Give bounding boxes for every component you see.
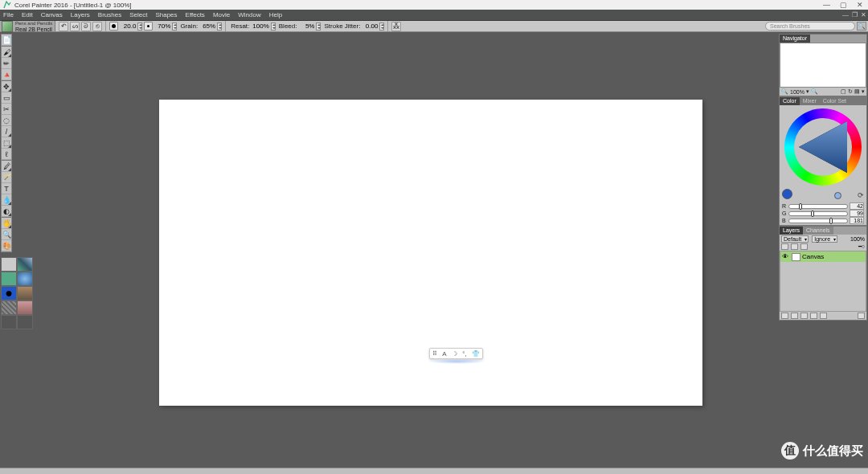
grain-spinner[interactable]: 65%	[199, 22, 222, 31]
tool-selection-oval[interactable]: ◌	[2, 115, 11, 126]
ime-icon[interactable]: ⠿	[432, 350, 437, 358]
close-button[interactable]: ✕	[857, 2, 863, 9]
additional-color-swatch[interactable]	[834, 192, 841, 199]
maximize-button[interactable]: ▢	[840, 2, 847, 9]
clone-color-icon[interactable]: ⟳	[858, 191, 864, 199]
tool-zoom[interactable]: 🔍	[2, 229, 11, 240]
minimize-button[interactable]: —	[823, 2, 830, 9]
menu-shapes[interactable]: Shapes	[155, 11, 177, 18]
ime-letter-icon[interactable]: A	[442, 350, 446, 358]
ime-punct-icon[interactable]: °,	[462, 350, 466, 358]
menu-canvas[interactable]: Canvas	[41, 11, 63, 18]
brush-options-button[interactable]: ⁂	[391, 22, 401, 31]
green-value[interactable]: 99	[850, 210, 864, 217]
menu-layers[interactable]: Layers	[71, 11, 90, 18]
menu-select[interactable]: Select	[129, 11, 147, 18]
tool-pen[interactable]: 🖉	[2, 161, 11, 172]
menu-effects[interactable]: Effects	[186, 11, 205, 18]
jitter-spinner[interactable]: 0.00	[362, 22, 384, 31]
layer-opt-3[interactable]	[800, 243, 808, 250]
menu-help[interactable]: Help	[269, 11, 282, 18]
tab-layers[interactable]: Layers	[780, 227, 803, 235]
floating-input-bar[interactable]: ⠿ A ☽ °, 👕	[429, 348, 483, 359]
search-button[interactable]: 🔍	[857, 22, 866, 31]
layer-fx-button[interactable]	[781, 313, 788, 319]
ime-moon-icon[interactable]: ☽	[452, 350, 457, 358]
bleed-spinner[interactable]: 5%	[298, 22, 321, 31]
tool-transform[interactable]: ▭	[2, 92, 11, 104]
ime-skin-icon[interactable]: 👕	[472, 350, 480, 358]
tool-move[interactable]: ✥	[2, 81, 11, 92]
menu-file[interactable]: File	[3, 11, 14, 18]
layer-row[interactable]: 👁 Canvas	[780, 251, 866, 262]
layer-lock-button[interactable]	[810, 313, 817, 319]
new-layer-button[interactable]	[800, 313, 808, 319]
color-wheel[interactable]: ⟳	[780, 105, 866, 202]
zoom-in-icon[interactable]: 🔍	[811, 88, 818, 95]
mdi-minimize[interactable]: —	[842, 11, 849, 18]
blue-slider[interactable]	[788, 219, 848, 223]
tool-magic-wand[interactable]: 🪄	[2, 172, 11, 183]
opacity-preview-icon[interactable]	[144, 22, 153, 31]
main-color-swatch[interactable]	[782, 189, 792, 199]
visibility-icon[interactable]: 👁	[780, 253, 790, 260]
dab-type-button[interactable]: ᔕ	[70, 22, 80, 31]
red-slider[interactable]	[788, 204, 848, 209]
tool-dodge[interactable]: ◐	[2, 206, 11, 217]
opacity-spinner[interactable]: 70%	[154, 22, 177, 31]
stroke-type-button[interactable]: ᘐ	[81, 22, 91, 31]
tool-mixer[interactable]: 🎨	[2, 240, 11, 251]
menu-movie[interactable]: Movie	[213, 11, 230, 18]
delete-layer-button[interactable]	[820, 313, 827, 319]
tool-pencil[interactable]: ✏	[2, 58, 11, 69]
layer-list[interactable]: 👁 Canvas	[780, 251, 866, 312]
tab-colorset[interactable]: Color Set Libra...	[820, 97, 866, 105]
navigator-preview[interactable]	[780, 43, 866, 88]
layer-extra-button[interactable]	[858, 313, 865, 319]
layer-opt-1[interactable]	[781, 243, 788, 250]
nav-btn-3[interactable]: ▤	[854, 88, 860, 95]
menu-brushes[interactable]: Brushes	[98, 11, 121, 18]
tool-color-set[interactable]: 📄	[2, 35, 11, 46]
reset-tool-button[interactable]: ↶	[59, 22, 68, 31]
tool-crop[interactable]: ✂	[2, 104, 11, 115]
nozzle-selector[interactable]	[17, 286, 33, 300]
flow-map-selector[interactable]	[1, 315, 17, 329]
tool-rect-select[interactable]: ⬚	[2, 137, 11, 149]
resat-spinner[interactable]: 100%	[251, 22, 275, 31]
weave-selector[interactable]	[1, 300, 17, 315]
advanced-brush-button[interactable]: ⎋	[92, 22, 102, 31]
size-spinner[interactable]: 20.0	[120, 22, 142, 31]
tab-color[interactable]: Color	[780, 97, 800, 105]
nav-btn-2[interactable]: ↻	[848, 88, 853, 95]
gradient-selector[interactable]	[17, 272, 33, 286]
tool-dropper[interactable]: 💧	[2, 194, 11, 206]
tool-text[interactable]: T	[2, 183, 11, 194]
green-slider[interactable]	[788, 211, 848, 216]
look-selector[interactable]	[1, 272, 17, 286]
nav-btn-1[interactable]: ▢	[841, 88, 846, 95]
layer-opacity-value[interactable]: 100%	[850, 236, 865, 242]
layer-mask-button[interactable]	[791, 313, 798, 319]
red-value[interactable]: 42	[850, 202, 864, 210]
opacity-slider[interactable]: ━○	[858, 243, 865, 250]
tool-line[interactable]: /	[2, 126, 11, 137]
tool-shape[interactable]: 🔺	[2, 69, 11, 80]
pattern-selector[interactable]	[17, 257, 33, 272]
tool-brush[interactable]: 🖌	[2, 47, 11, 58]
main-color[interactable]: ●	[1, 286, 17, 300]
zoom-out-icon[interactable]: 🔍	[781, 88, 788, 95]
blend-mode-dropdown[interactable]: Default	[781, 235, 809, 243]
paper-selector[interactable]	[1, 257, 17, 272]
menu-window[interactable]: Window	[238, 11, 260, 18]
search-input[interactable]: Search Brushes	[765, 22, 855, 31]
tab-mixer[interactable]: Mixer	[800, 97, 820, 105]
mdi-restore[interactable]: ❐	[852, 11, 858, 18]
menu-edit[interactable]: Edit	[22, 11, 33, 18]
tool-lasso[interactable]: ℓ	[2, 149, 11, 160]
zoom-value[interactable]: 100%	[790, 89, 805, 95]
texture-selector[interactable]	[17, 315, 33, 329]
tool-hand[interactable]: 🖐	[2, 218, 11, 229]
navigator-tab[interactable]: Navigator	[780, 35, 810, 43]
brush-selector[interactable]: Pens and Pencils Real 2B Pencil	[0, 21, 55, 31]
